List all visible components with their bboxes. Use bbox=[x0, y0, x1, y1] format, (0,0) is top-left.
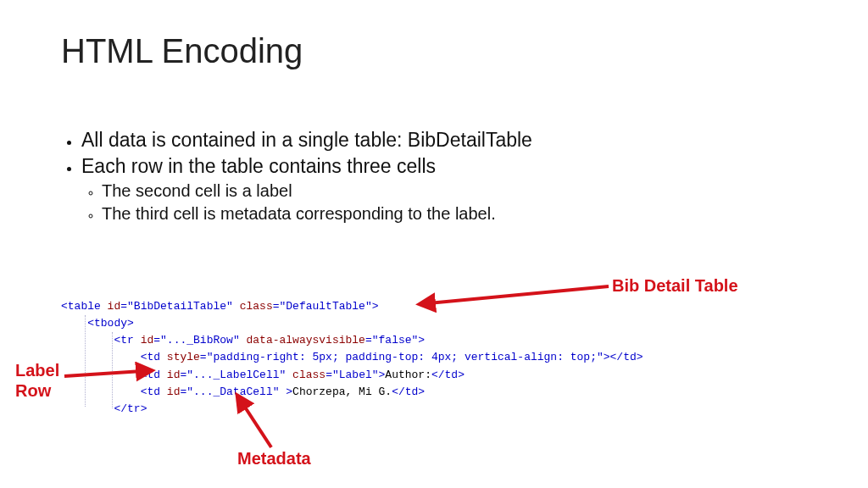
slide-title: HTML Encoding bbox=[61, 32, 303, 70]
bullet-2: Each row in the table contains three cel… bbox=[81, 153, 532, 225]
callout-labelrow-line2: Row bbox=[15, 381, 51, 401]
bullet-2b: The third cell is metadata corresponding… bbox=[102, 202, 532, 225]
callout-labelrow-line1: Label bbox=[15, 361, 59, 380]
bullet-1: All data is contained in a single table:… bbox=[81, 127, 532, 153]
bullet-2a: The second cell is a label bbox=[102, 180, 532, 202]
code-snippet: <table id="BibDetailTable" class="Defaul… bbox=[61, 298, 643, 418]
bullet-list: All data is contained in a single table:… bbox=[61, 127, 532, 225]
callout-metadata: Metadata bbox=[237, 449, 311, 469]
callout-bibtable: Bib Detail Table bbox=[612, 276, 738, 296]
